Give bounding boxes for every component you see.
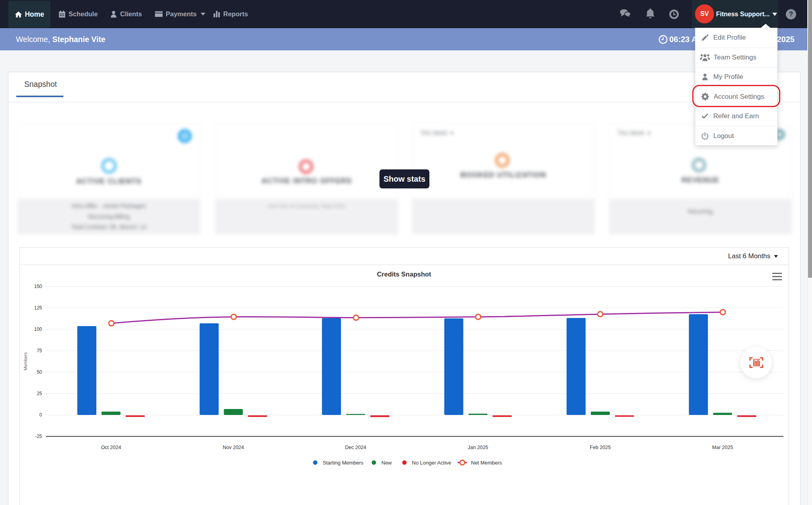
svg-text:Nov 2024: Nov 2024: [223, 445, 244, 450]
svg-text:125: 125: [34, 305, 42, 311]
svg-text:Mar 2025: Mar 2025: [712, 445, 733, 450]
svg-text:0: 0: [39, 412, 42, 418]
svg-text:Starting Members: Starting Members: [323, 460, 364, 466]
svg-text:New: New: [381, 460, 392, 466]
svg-text:Oct 2024: Oct 2024: [101, 445, 121, 450]
svg-text:Feb 2025: Feb 2025: [590, 445, 611, 450]
svg-text:Net Members: Net Members: [471, 460, 502, 466]
svg-text:150: 150: [34, 284, 42, 289]
svg-text:50: 50: [37, 369, 42, 375]
svg-text:No Longer Active: No Longer Active: [412, 460, 451, 466]
svg-text:Credits Snapshot: Credits Snapshot: [377, 271, 431, 278]
svg-text:75: 75: [37, 348, 42, 353]
svg-text:25: 25: [37, 391, 42, 396]
svg-text:-25: -25: [35, 434, 42, 439]
svg-text:Jan 2025: Jan 2025: [468, 445, 488, 450]
svg-text:100: 100: [34, 326, 42, 332]
svg-text:Members: Members: [23, 352, 28, 371]
svg-text:Dec 2024: Dec 2024: [345, 445, 366, 450]
